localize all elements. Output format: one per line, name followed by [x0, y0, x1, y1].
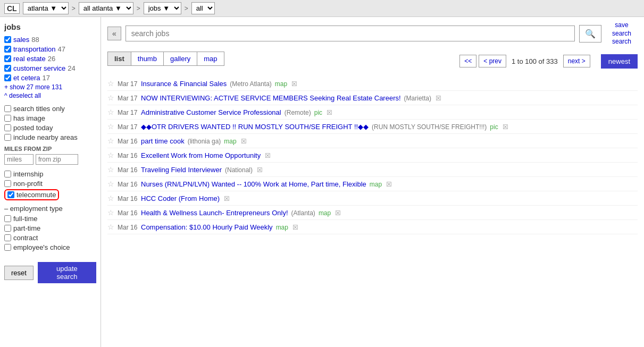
show-more-link[interactable]: + show 27 more 131: [4, 83, 96, 91]
listing-title[interactable]: HCC Coder (From Home): [141, 194, 220, 202]
listing-row: ☆ Mar 16 part time cook (lithonia ga) ma…: [107, 134, 638, 148]
close-icon[interactable]: ☒: [335, 209, 341, 217]
sidebar-heading: jobs: [4, 22, 96, 31]
check-posted-today[interactable]: [4, 124, 11, 131]
listing-title[interactable]: Insurance & Financial Sales: [141, 80, 227, 88]
search-button[interactable]: 🔍: [579, 25, 601, 43]
tab-list[interactable]: list: [107, 52, 131, 66]
cat-label-realestate[interactable]: real estate: [13, 55, 46, 63]
cat-label-customerservice[interactable]: customer service: [13, 64, 65, 72]
newest-button[interactable]: newest: [601, 54, 638, 69]
cl-logo: CL: [4, 3, 20, 14]
category-select[interactable]: jobs ▼: [144, 2, 181, 14]
cat-item-sales: sales 88: [4, 36, 96, 44]
star-icon[interactable]: ☆: [107, 223, 114, 231]
map-tag[interactable]: map: [224, 138, 236, 145]
listing-date: Mar 16: [118, 181, 138, 188]
miles-input[interactable]: [4, 154, 34, 165]
listing-row: ☆ Mar 17 Administrative Customer Service…: [107, 105, 638, 120]
listing-title[interactable]: Traveling Field Interviewer: [141, 166, 222, 174]
cat-label-transportation[interactable]: transportation: [13, 45, 56, 53]
check-internship[interactable]: [4, 171, 11, 177]
first-page-button[interactable]: <<: [459, 55, 476, 67]
check-has-image[interactable]: [4, 115, 11, 122]
listing-title[interactable]: Compensation: $10.00 Hourly Paid Weekly: [141, 223, 273, 231]
listing-location: (lithonia ga): [188, 138, 221, 145]
listing-location: (National): [225, 166, 253, 174]
star-icon[interactable]: ☆: [107, 94, 114, 102]
reset-button[interactable]: reset: [4, 266, 34, 280]
close-icon[interactable]: ☒: [503, 123, 508, 131]
star-icon[interactable]: ☆: [107, 151, 114, 159]
save-search-link[interactable]: save search search: [606, 21, 638, 46]
star-icon[interactable]: ☆: [107, 122, 114, 131]
label-parttime: part-time: [13, 224, 40, 232]
listing-title[interactable]: Nurses (RN/LPN/LVN) Wanted -- 100% Work …: [141, 180, 366, 188]
cat-label-sales[interactable]: sales: [13, 36, 29, 44]
main-content: « 🔍 save search search list thumb galler…: [101, 17, 644, 347]
listing-title[interactable]: ◆◆OTR DRIVERS WANTED !! RUN MOSTLY SOUTH…: [141, 123, 369, 131]
listing-title[interactable]: Administrative Customer Service Professi…: [141, 108, 281, 116]
collapse-button[interactable]: «: [107, 27, 121, 40]
cat-check-etcetera[interactable]: [4, 74, 11, 81]
map-tag[interactable]: map: [370, 181, 382, 188]
close-icon[interactable]: ☒: [257, 166, 263, 174]
employment-header: – employment type: [4, 205, 96, 213]
check-contract[interactable]: [4, 234, 11, 241]
check-parttime[interactable]: [4, 225, 11, 232]
close-icon[interactable]: ☒: [265, 152, 271, 159]
map-tag[interactable]: map: [275, 80, 287, 88]
close-icon[interactable]: ☒: [436, 95, 441, 102]
check-telecommute[interactable]: [7, 191, 14, 198]
star-icon[interactable]: ☆: [107, 194, 114, 202]
tab-map[interactable]: map: [197, 52, 224, 66]
listing-date: Mar 17: [118, 123, 138, 131]
star-icon[interactable]: ☆: [107, 137, 114, 145]
area-select[interactable]: all atlanta ▼: [79, 2, 133, 14]
check-employees-choice[interactable]: [4, 244, 11, 251]
pic-tag[interactable]: pic: [490, 123, 498, 131]
listing-title[interactable]: Health & Wellness Launch- Entrepreneurs …: [141, 209, 288, 217]
cat-check-customerservice[interactable]: [4, 65, 11, 72]
pic-tag[interactable]: pic: [314, 109, 322, 116]
next-page-button[interactable]: next >: [563, 55, 590, 67]
cat-check-sales[interactable]: [4, 36, 11, 43]
star-icon[interactable]: ☆: [107, 165, 114, 174]
close-icon[interactable]: ☒: [241, 138, 247, 145]
update-search-button[interactable]: update search: [38, 262, 96, 283]
subcategory-select[interactable]: all: [191, 2, 215, 14]
search-input[interactable]: [126, 26, 575, 41]
cat-check-transportation[interactable]: [4, 46, 11, 53]
filter-include-nearby: include nearby areas: [4, 133, 96, 141]
star-icon[interactable]: ☆: [107, 108, 114, 116]
check-fulltime[interactable]: [4, 215, 11, 222]
prev-page-button[interactable]: < prev: [479, 55, 506, 67]
close-icon[interactable]: ☒: [224, 195, 230, 202]
star-icon[interactable]: ☆: [107, 180, 114, 188]
listing-title[interactable]: part time cook: [141, 137, 185, 145]
listing-row: ☆ Mar 16 Excellent Work from Home Opport…: [107, 148, 638, 163]
close-icon[interactable]: ☒: [291, 80, 297, 88]
zip-input[interactable]: [36, 154, 78, 165]
cat-check-realestate[interactable]: [4, 55, 11, 62]
tab-gallery[interactable]: gallery: [163, 52, 197, 66]
star-icon[interactable]: ☆: [107, 79, 114, 88]
cat-label-etcetera[interactable]: et cetera: [13, 74, 40, 82]
check-search-titles[interactable]: [4, 105, 11, 112]
label-contract: contract: [13, 234, 38, 242]
listing-title[interactable]: Excellent Work from Home Opportunity: [141, 151, 261, 159]
save-search-line2: search: [612, 38, 631, 45]
close-icon[interactable]: ☒: [386, 181, 392, 188]
deselect-all-link[interactable]: ^ deselect all: [4, 92, 96, 99]
close-icon[interactable]: ☒: [327, 109, 332, 116]
city-select[interactable]: atlanta ▼: [23, 2, 69, 14]
star-icon[interactable]: ☆: [107, 208, 114, 217]
check-include-nearby[interactable]: [4, 134, 11, 141]
map-tag[interactable]: map: [319, 209, 331, 217]
check-nonprofit[interactable]: [4, 180, 11, 187]
tab-thumb[interactable]: thumb: [131, 52, 164, 66]
telecommute-circled: telecommute: [4, 189, 59, 200]
listing-title[interactable]: NOW INTERVIEWING: ACTIVE SERVICE MEMBERS…: [141, 94, 401, 102]
close-icon[interactable]: ☒: [292, 224, 298, 231]
map-tag[interactable]: map: [276, 224, 288, 231]
